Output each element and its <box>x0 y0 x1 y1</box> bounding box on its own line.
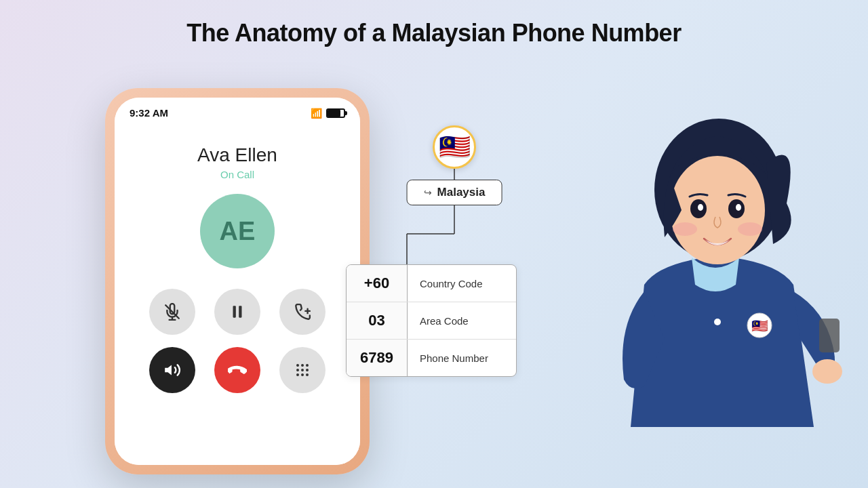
call-screen: Ava Ellen On Call AE <box>115 124 360 465</box>
call-buttons-row2 <box>149 347 326 393</box>
phone-inner: 9:32 AM 📶 Ava Ellen On Call AE <box>115 98 360 465</box>
page-title: The Anatomy of a Malaysian Phone Number <box>0 0 868 47</box>
pause-button[interactable] <box>214 289 260 335</box>
character-svg: 🇲🇾 <box>556 54 868 488</box>
svg-point-16 <box>306 373 309 376</box>
arrow-icon: ↪ <box>424 187 432 198</box>
svg-point-32 <box>698 204 703 211</box>
svg-point-12 <box>301 369 304 371</box>
breakdown-row-area: 03 Area Code <box>347 302 516 340</box>
svg-rect-26 <box>819 319 840 352</box>
svg-point-28 <box>673 222 697 236</box>
svg-point-25 <box>812 359 842 384</box>
call-status: On Call <box>220 169 254 180</box>
breakdown-row-phone: 6789 Phone Number <box>347 340 516 376</box>
svg-point-8 <box>296 364 299 367</box>
svg-point-29 <box>738 222 762 236</box>
avatar: AE <box>200 194 275 268</box>
speaker-button[interactable] <box>149 347 195 393</box>
malaysia-flag: 🇲🇾 <box>433 125 476 169</box>
breakdown-row-country: +60 Country Code <box>347 265 516 302</box>
wifi-icon: 📶 <box>311 108 322 119</box>
svg-marker-7 <box>165 365 172 375</box>
svg-point-15 <box>301 373 304 376</box>
battery-icon <box>326 108 345 118</box>
phone-breakdown-box: +60 Country Code 03 Area Code 6789 Phone… <box>346 264 517 377</box>
svg-rect-4 <box>239 306 241 317</box>
area-code-number: 03 <box>347 302 408 339</box>
svg-point-14 <box>296 373 299 376</box>
phone-outer: 9:32 AM 📶 Ava Ellen On Call AE <box>105 88 370 474</box>
status-bar: 9:32 AM 📶 <box>115 98 360 124</box>
caller-name: Ava Ellen <box>197 144 277 166</box>
status-time: 9:32 AM <box>130 107 168 119</box>
svg-point-11 <box>296 369 299 371</box>
keypad-button[interactable] <box>279 347 326 393</box>
svg-rect-3 <box>233 306 236 317</box>
svg-point-9 <box>301 364 304 367</box>
svg-point-27 <box>670 156 765 264</box>
svg-text:🇲🇾: 🇲🇾 <box>751 318 768 334</box>
mute-button[interactable] <box>149 289 195 335</box>
svg-point-24 <box>714 319 721 325</box>
svg-point-13 <box>306 369 309 371</box>
malaysia-label: Malaysia <box>437 186 486 199</box>
end-call-button[interactable] <box>214 347 260 393</box>
malaysia-box: ↪ Malaysia <box>407 180 502 205</box>
svg-point-10 <box>306 364 309 367</box>
call-buttons-row1 <box>149 289 326 335</box>
phone-number-label: Phone Number <box>408 340 516 376</box>
phone-number-digits: 6789 <box>347 340 408 376</box>
diagram-area: 🇲🇾 ↪ Malaysia +60 Country Code 03 Area C… <box>346 125 563 376</box>
status-icons: 📶 <box>311 108 345 119</box>
country-code-label: Country Code <box>408 265 516 302</box>
country-code-number: +60 <box>347 265 408 302</box>
add-call-button[interactable] <box>279 289 326 335</box>
phone-mockup: 9:32 AM 📶 Ava Ellen On Call AE <box>105 88 370 474</box>
area-code-label: Area Code <box>408 302 516 339</box>
svg-point-33 <box>736 204 741 211</box>
character-illustration: 🇲🇾 <box>556 54 868 488</box>
